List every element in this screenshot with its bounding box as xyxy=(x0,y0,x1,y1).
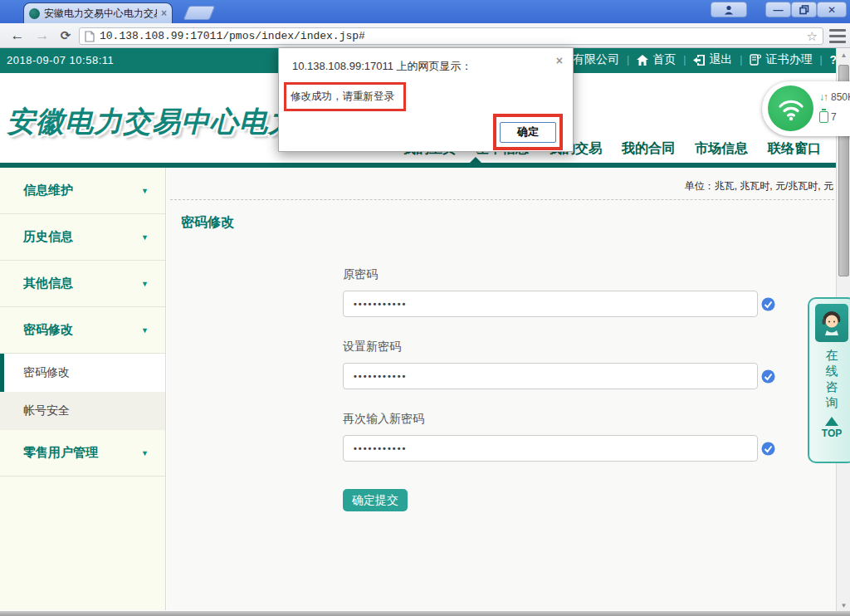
separator: | xyxy=(740,54,742,66)
page-icon xyxy=(85,31,95,42)
scroll-top-label[interactable]: TOP xyxy=(822,428,842,439)
home-icon xyxy=(637,55,648,66)
home-link[interactable]: 首页 xyxy=(637,52,676,67)
confirm-password-label: 再次输入新密码 xyxy=(343,412,424,427)
annotation-box-message: 修改成功，请重新登录 xyxy=(284,82,406,111)
sidebar-subitem-label: 密码修改 xyxy=(23,365,70,380)
back-button[interactable]: ← xyxy=(7,26,28,46)
reload-button[interactable]: ⟳ xyxy=(55,26,76,46)
new-tab-button[interactable] xyxy=(183,6,216,20)
sidebar-item-label: 零售用户管理 xyxy=(23,445,98,461)
site-favicon-icon xyxy=(29,8,40,19)
nav-item-contact[interactable]: 联络窗口 xyxy=(768,138,821,159)
scroll-down-button[interactable]: ▼ xyxy=(837,599,850,612)
dialog-close-icon[interactable]: × xyxy=(556,54,563,67)
sidebar: 信息维护 ▼ 历史信息 ▼ 其他信息 ▼ 密码修改 ▼ 密码修改 帐号安全 零售… xyxy=(0,168,166,610)
dialog-ok-button[interactable]: 确定 xyxy=(500,122,556,143)
certificate-icon xyxy=(750,54,761,66)
separator: | xyxy=(819,54,822,66)
address-bar[interactable]: 10.138.108.99:17011/pmos/index/index.jsp… xyxy=(79,27,823,45)
chevron-down-icon: ▼ xyxy=(141,449,149,457)
submit-button[interactable]: 确定提交 xyxy=(343,489,408,511)
online-consult-widget[interactable]: 在 线 咨 询 TOP xyxy=(808,297,850,463)
screen: 安徽电力交易中心电力交易 × — ✕ ← → ⟳ 10.138.108.99:1… xyxy=(0,0,850,616)
old-password-label: 原密码 xyxy=(343,267,378,282)
scroll-top-arrow-icon[interactable] xyxy=(825,417,838,426)
page-title: 密码修改 xyxy=(181,214,234,232)
logout-link[interactable]: 退出 xyxy=(693,52,732,67)
tab-close-icon[interactable]: × xyxy=(161,8,167,18)
certificate-link[interactable]: 证书办理 xyxy=(750,52,812,67)
nav-item-market-info[interactable]: 市场信息 xyxy=(695,138,748,159)
datetime-label: 2018-09-07 10:58:11 xyxy=(7,54,114,66)
sidebar-item-label: 密码修改 xyxy=(23,322,73,338)
browser-title-bar: 安徽电力交易中心电力交易 × — ✕ xyxy=(0,0,850,23)
horizontal-scrollbar[interactable] xyxy=(0,611,850,616)
units-note: 单位：兆瓦, 兆瓦时, 元/兆瓦时, 元 xyxy=(685,179,833,193)
battery-count: 7 xyxy=(831,111,837,123)
scroll-up-button[interactable]: ▲ xyxy=(837,48,850,61)
url-text: 10.138.108.99:17011/pmos/index/index.jsp… xyxy=(100,30,802,42)
chevron-down-icon: ▼ xyxy=(141,233,149,242)
wifi-widget[interactable]: ↓ ↑ 850K/s 7 xyxy=(762,81,850,136)
upload-arrow-icon: ↑ xyxy=(823,91,828,103)
bookmark-star-icon[interactable]: ☆ xyxy=(807,30,818,42)
agent-avatar xyxy=(815,304,848,342)
sidebar-item-label: 信息维护 xyxy=(23,183,73,198)
dialog-title: 10.138.108.99:17011 上的网页显示： xyxy=(292,59,472,74)
minimize-button[interactable]: — xyxy=(765,2,791,17)
sidebar-subitem-password-change[interactable]: 密码修改 xyxy=(0,354,165,392)
forward-button[interactable]: → xyxy=(32,26,53,46)
sidebar-subitem-account-security[interactable]: 帐号安全 xyxy=(0,392,165,430)
chevron-down-icon: ▼ xyxy=(141,187,149,195)
browser-tab[interactable]: 安徽电力交易中心电力交易 × xyxy=(23,2,173,23)
sidebar-item-info-maintenance[interactable]: 信息维护 ▼ xyxy=(0,168,165,214)
browser-menu-button[interactable] xyxy=(829,29,846,43)
separator: | xyxy=(627,54,629,66)
separator: | xyxy=(683,54,686,66)
nav-item-my-contract[interactable]: 我的合同 xyxy=(622,138,675,159)
wifi-icon[interactable] xyxy=(768,86,813,131)
chevron-down-icon: ▼ xyxy=(141,326,149,335)
alert-dialog: 10.138.108.99:17011 上的网页显示： × 修改成功，请重新登录… xyxy=(278,47,574,152)
sidebar-item-label: 其他信息 xyxy=(23,276,73,291)
valid-check-icon xyxy=(761,297,775,311)
sidebar-item-retail-user-mgmt[interactable]: 零售用户管理 ▼ xyxy=(0,430,165,477)
sidebar-item-password-change[interactable]: 密码修改 ▼ xyxy=(0,307,165,354)
battery-icon xyxy=(819,111,828,123)
wifi-speed-row: ↓ ↑ 850K/s xyxy=(819,91,850,103)
consult-label: 在 线 咨 询 xyxy=(826,347,838,410)
confirm-password-field[interactable] xyxy=(343,435,758,462)
wifi-speed-value: 850K/s xyxy=(831,91,850,103)
restore-icon xyxy=(799,5,809,15)
new-password-field[interactable] xyxy=(343,363,758,389)
old-password-field[interactable] xyxy=(343,291,758,317)
logout-icon xyxy=(693,55,705,66)
sidebar-item-other-info[interactable]: 其他信息 ▼ xyxy=(0,261,165,307)
close-window-button[interactable]: ✕ xyxy=(817,2,847,17)
chevron-down-icon: ▼ xyxy=(141,280,149,288)
tab-title: 安徽电力交易中心电力交易 xyxy=(44,7,157,21)
annotation-box-ok: 确定 xyxy=(493,114,563,150)
valid-check-icon xyxy=(761,369,775,384)
sidebar-item-label: 历史信息 xyxy=(23,229,73,245)
sidebar-subitem-label: 帐号安全 xyxy=(23,403,70,418)
valid-check-icon xyxy=(761,442,775,456)
sidebar-item-history-info[interactable]: 历史信息 ▼ xyxy=(0,214,165,261)
restore-button[interactable] xyxy=(791,2,817,17)
dashed-divider xyxy=(170,199,834,200)
topbar-links: 线有限公司 | 首页 | 退出 | 证书办理 | xyxy=(561,52,850,67)
person-icon xyxy=(723,4,735,16)
wifi-battery-row: 7 xyxy=(819,111,837,123)
profile-button[interactable] xyxy=(711,2,747,17)
new-password-label: 设置新密码 xyxy=(343,340,401,354)
dialog-message: 修改成功，请重新登录 xyxy=(286,90,394,104)
